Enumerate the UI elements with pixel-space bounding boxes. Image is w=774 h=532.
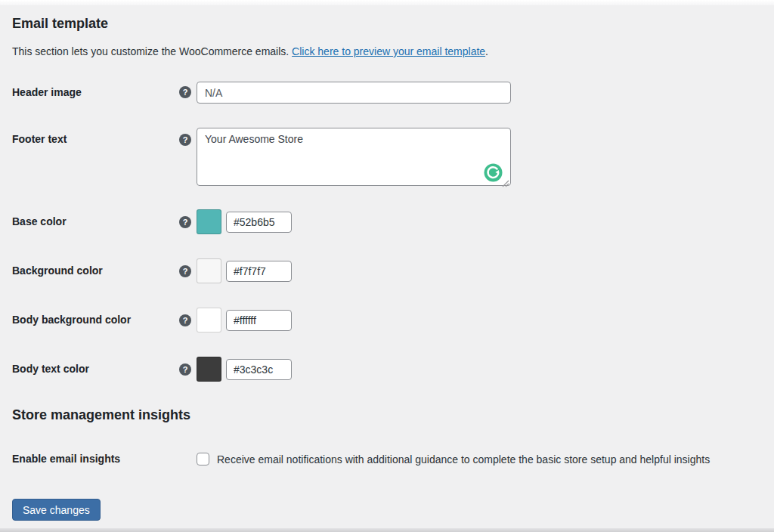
window-edge-top <box>0 0 774 5</box>
footer-text-label: Footer text <box>12 128 179 145</box>
background-color-swatch[interactable] <box>197 258 221 283</box>
window-edge-bottom <box>0 528 774 532</box>
form-row-header-image: Header image ? <box>12 82 762 104</box>
header-image-label: Header image <box>12 82 179 98</box>
help-icon[interactable]: ? <box>179 216 191 228</box>
form-row-footer-text: Footer text ? Your Awesome Store <box>12 128 762 186</box>
enable-email-insights-checkbox[interactable] <box>197 453 209 466</box>
enable-email-insights-label: Enable email insights <box>12 453 197 465</box>
woocommerce-email-settings-page: Email template This section lets you cus… <box>0 0 774 521</box>
help-icon[interactable]: ? <box>179 86 191 98</box>
footer-text-field-wrap: Your Awesome Store <box>197 128 511 186</box>
header-image-input[interactable] <box>197 82 511 104</box>
base-color-input[interactable] <box>226 212 292 233</box>
help-icon[interactable]: ? <box>179 265 191 277</box>
form-row-base-color: Base color ? <box>12 209 762 234</box>
help-icon[interactable]: ? <box>179 134 191 146</box>
body-text-color-label: Body text color <box>12 363 179 375</box>
enable-email-insights-checkbox-text[interactable]: Receive email notifications with additio… <box>217 453 710 466</box>
form-row-body-background-color: Body background color ? <box>12 308 762 332</box>
background-color-input[interactable] <box>226 261 292 282</box>
form-row-background-color: Background color ? <box>12 258 762 283</box>
email-template-description: This section lets you customize the WooC… <box>12 46 762 57</box>
body-text-color-input[interactable] <box>226 359 292 380</box>
body-background-color-input[interactable] <box>226 310 292 331</box>
description-suffix: . <box>485 45 488 57</box>
body-text-color-swatch[interactable] <box>197 357 221 382</box>
footer-text-textarea[interactable]: Your Awesome Store <box>197 128 511 186</box>
preview-email-template-link[interactable]: Click here to preview your email templat… <box>292 45 485 57</box>
base-color-swatch[interactable] <box>197 209 221 234</box>
grammarly-icon[interactable] <box>484 163 503 182</box>
body-background-color-label: Body background color <box>12 314 179 326</box>
form-row-enable-email-insights: Enable email insights Receive email noti… <box>12 453 762 466</box>
form-row-body-text-color: Body text color ? <box>12 357 762 382</box>
background-color-label: Background color <box>12 265 179 277</box>
save-changes-button[interactable]: Save changes <box>12 499 101 521</box>
store-management-section-title: Store management insights <box>12 408 762 422</box>
description-text: This section lets you customize the WooC… <box>12 45 292 57</box>
base-color-label: Base color <box>12 216 179 227</box>
body-background-color-swatch[interactable] <box>197 308 221 332</box>
textarea-resize-handle[interactable] <box>502 177 509 184</box>
help-icon[interactable]: ? <box>179 363 191 376</box>
help-icon[interactable]: ? <box>179 314 191 326</box>
